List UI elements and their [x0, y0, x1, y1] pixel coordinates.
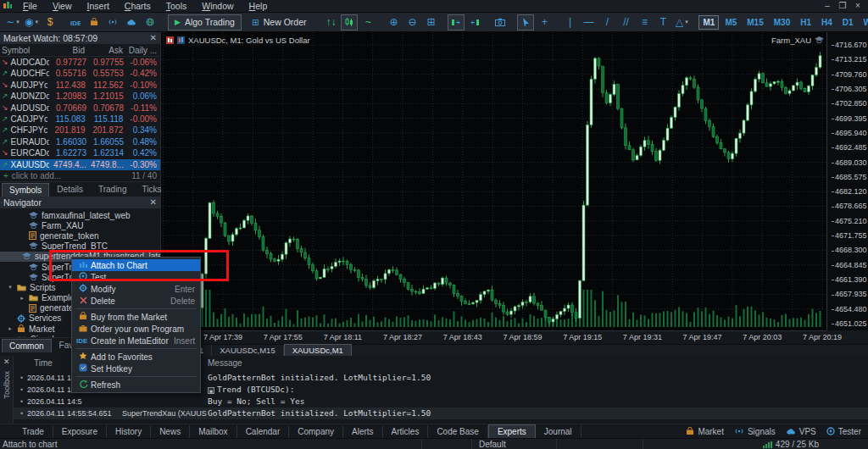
price-axis[interactable]: 4716.6704713.2154709.7604706.3054702.850…	[826, 32, 868, 330]
menu-item-add-to-favorites[interactable]: Add to Favorites	[72, 351, 200, 363]
close-icon[interactable]: ✕	[150, 197, 157, 208]
chart-tab-xauusdc-m15[interactable]: XAUUSDc,M15	[212, 345, 283, 356]
toolbox-tab-journal[interactable]: Journal	[536, 425, 581, 438]
new-order-button[interactable]: ⊞New Order	[245, 14, 314, 30]
shapes-icon[interactable]: △▾	[673, 14, 690, 30]
menu-item-test[interactable]: Test	[72, 271, 200, 283]
menu-item-modify[interactable]: ModifyEnter	[72, 283, 200, 295]
menu-tools[interactable]: Tools	[159, 0, 195, 13]
tab-trading[interactable]: Trading	[91, 182, 135, 197]
vertical-line-icon[interactable]: |	[561, 14, 578, 30]
crosshair-icon[interactable]: +	[536, 14, 553, 30]
restore-button[interactable]: ❐	[836, 1, 849, 12]
text-icon[interactable]: T	[654, 14, 671, 30]
toolbox-tab-calendar[interactable]: Calendar	[237, 425, 290, 438]
timeframe-h1[interactable]: H1	[796, 15, 815, 30]
menu-insert[interactable]: Insert	[80, 0, 117, 13]
symbol-row[interactable]: ↗XAUUSDc4749.4...4749.8...-0.30%	[0, 159, 160, 170]
navigator-item[interactable]: SuperTrend_BTC	[0, 241, 160, 252]
menu-file[interactable]: File	[15, 0, 45, 13]
menu-item-set-hotkey[interactable]: Set Hotkey	[72, 363, 200, 374]
menu-item-create-in-metaeditor[interactable]: IDECreate in MetaEditorInsert	[72, 335, 200, 346]
zoom-out-icon[interactable]: ⊖	[403, 14, 420, 30]
symbol-row[interactable]: ↘AUDUSDc0.706690.70678-0.11%	[0, 103, 160, 114]
chart-type-icon[interactable]: ∼▾	[4, 14, 21, 30]
navigator-item[interactable]: generate_token	[0, 230, 160, 241]
toolbox-tab-company[interactable]: Company	[289, 425, 343, 438]
toolbox-tab-code-base[interactable]: Code Base	[428, 425, 487, 438]
toolbox-tab-articles[interactable]: Articles	[383, 425, 429, 438]
menu-help[interactable]: Help	[242, 0, 275, 13]
navigator-item[interactable]: Farm_XAU	[0, 220, 160, 230]
link-vps[interactable]: VPS	[786, 427, 816, 436]
log-row[interactable]: •2026.04.11 14:55:54.651SuperTrendXau (X…	[14, 407, 868, 419]
time-axis[interactable]: 7 Apr 17:397 Apr 17:557 Apr 18:117 Apr 1…	[161, 330, 826, 344]
chart-tab-xauusdc-m1[interactable]: XAUUSDc,M1	[284, 344, 352, 356]
screenshot-icon[interactable]	[492, 14, 509, 30]
symbol-row[interactable]: ↗AUDCHFc0.557160.55753-0.42%	[0, 68, 160, 79]
symbol-row[interactable]: ↘AUDJPYc112.438112.562-0.10%	[0, 80, 160, 91]
menu-window[interactable]: Window	[194, 0, 241, 13]
trendline-icon[interactable]: /	[598, 14, 615, 30]
toolbox-tab-experts[interactable]: Experts	[488, 424, 536, 439]
symbol-row[interactable]: ↗AUDNZDc1.209831.210150.06%	[0, 91, 160, 102]
tick-chart-icon[interactable]: ↑↓	[322, 14, 339, 30]
horizontal-line-icon[interactable]: —	[580, 14, 597, 30]
toolbox-tab-news[interactable]: News	[151, 425, 190, 438]
close-icon[interactable]: ✕	[3, 358, 10, 366]
timeframe-m1[interactable]: M1	[698, 15, 719, 30]
toolbox-tab-mailbox[interactable]: Mailbox	[190, 425, 236, 438]
timeframe-d1[interactable]: D1	[838, 15, 858, 30]
tab-symbols[interactable]: Symbols	[2, 183, 49, 197]
toolbox-tab-exposure[interactable]: Exposure	[53, 425, 107, 438]
link-market[interactable]: Market	[686, 427, 724, 436]
toolbox-tab-history[interactable]: History	[107, 425, 151, 438]
timeframe-m15[interactable]: M15	[743, 15, 767, 30]
menu-item-order-your-own-program[interactable]: Order your own Program	[72, 323, 200, 335]
profile-icon[interactable]: ◉▾	[23, 14, 40, 30]
minimize-button[interactable]: –	[821, 1, 834, 12]
shift-chart-icon[interactable]	[448, 14, 465, 30]
click-to-add-row[interactable]: + click to add... 11 / 40	[0, 170, 160, 182]
symbol-row[interactable]: ↘AUDCADc0.977270.97755-0.06%	[0, 57, 160, 68]
menu-view[interactable]: View	[45, 0, 80, 13]
chart-area[interactable]: 4716.6704713.2154709.7604706.3054702.850…	[161, 32, 868, 330]
navigator-item[interactable]: famxaufinal_latest_web	[0, 210, 160, 220]
close-icon[interactable]: ✕	[150, 32, 157, 44]
toolbox-tab-trade[interactable]: Trade	[14, 425, 53, 438]
log-row[interactable]: •2026.04.11 14:5Buy = No; Sell = Yes	[14, 396, 868, 407]
menu-item-delete[interactable]: DeleteDelete	[72, 295, 200, 307]
timeframe-h4[interactable]: H4	[817, 15, 837, 30]
cursor-icon[interactable]	[517, 14, 534, 30]
signals-icon[interactable]	[104, 14, 121, 30]
vps-icon[interactable]	[123, 14, 140, 30]
symbol-row[interactable]: ↗CHFJPYc201.819201.8720.34%	[0, 125, 160, 136]
community-icon[interactable]	[142, 14, 159, 30]
channel-icon[interactable]: //	[617, 14, 634, 30]
tab-details[interactable]: Details	[49, 182, 91, 197]
timeframe-m5[interactable]: M5	[721, 15, 741, 30]
menu-item-buy-from-the-market[interactable]: Buy from the Market	[72, 311, 200, 323]
bar-chart-icon[interactable]	[341, 14, 358, 30]
symbol-row[interactable]: ↘EURCADc1.622731.623140.42%	[0, 147, 160, 158]
toolbox-tab-alerts[interactable]: Alerts	[343, 425, 383, 438]
algo-trading-button[interactable]: ▶Algo Trading	[168, 14, 242, 30]
link-tester[interactable]: Tester	[826, 427, 861, 436]
symbol-row[interactable]: ↗CADJPYc115.083115.118-0.00%	[0, 114, 160, 125]
symbol-row[interactable]: ↗EURAUDc1.660301.660550.48%	[0, 136, 160, 147]
autoscroll-icon[interactable]	[466, 14, 483, 30]
market-icon[interactable]	[86, 14, 103, 30]
menu-charts[interactable]: Charts	[117, 0, 159, 13]
timeframe-m30[interactable]: M30	[770, 15, 794, 30]
deposit-icon[interactable]: $	[42, 14, 58, 30]
menu-item-refresh[interactable]: Refresh	[72, 379, 200, 391]
fibo-icon[interactable]: ≡	[636, 14, 653, 30]
line-chart-icon[interactable]: ~	[359, 14, 376, 30]
close-button[interactable]: ×	[851, 1, 865, 12]
profile-selector[interactable]: Default	[471, 439, 554, 449]
menu-item-attach-to-chart[interactable]: Attach to Chart	[72, 259, 200, 271]
link-signals[interactable]: Signals	[734, 427, 776, 436]
tile-windows-icon[interactable]: ⊞	[422, 14, 439, 30]
metaeditor-icon[interactable]: IDE	[67, 14, 84, 30]
timeframe-w1[interactable]: W1	[860, 15, 868, 30]
